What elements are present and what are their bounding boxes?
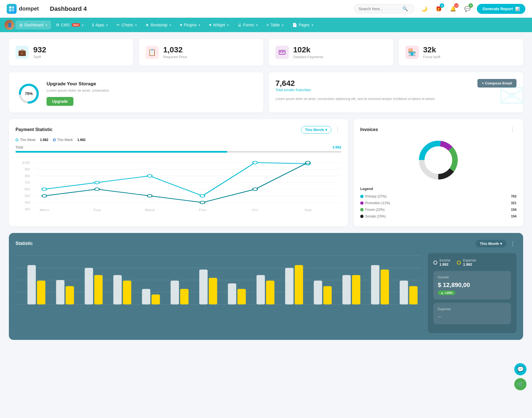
upgrade-button[interactable]: Upgrade	[47, 97, 73, 106]
legend-label-week1: This Week	[20, 138, 35, 142]
promotion-color	[360, 201, 364, 205]
svg-text:40: 40	[25, 201, 30, 204]
bar-chart-icon: 📊	[515, 7, 520, 11]
legend-value-week2: 1.982	[77, 138, 86, 142]
svg-rect-0	[9, 6, 11, 9]
svg-point-27	[147, 175, 152, 177]
svg-rect-1	[12, 6, 14, 9]
nav-item-plugins[interactable]: ♥ Plugins ▾	[176, 20, 204, 29]
pages-icon: 📄	[292, 23, 297, 27]
forms-icon: 🖨	[237, 23, 241, 27]
stat-card-required-price: 📋 1,032 Required Price	[139, 39, 263, 66]
compose-email-button[interactable]: + Compose Email	[477, 79, 516, 88]
chevron-down-icon: ▾	[325, 128, 327, 132]
force-tariff-icon: 🏪	[405, 46, 419, 59]
legend-item-week2: This Week	[53, 138, 73, 142]
search-input[interactable]	[359, 7, 400, 11]
legend-row-forum: Forum (22%) 154	[360, 206, 516, 213]
nav-item-charts[interactable]: ✏ Charts ▾	[113, 20, 140, 29]
forum-label: Forum (22%)	[365, 208, 511, 212]
svg-point-35	[253, 188, 257, 191]
statistic-title: Statistic	[16, 241, 33, 246]
chart-controls: This Month ▾ ⋮	[301, 126, 341, 134]
expense-info: Expense 1.982	[463, 258, 476, 266]
svg-rect-84	[400, 281, 408, 304]
search-box: 🔍	[354, 4, 415, 13]
email-info: 7,642 Total emails Subcriber.	[275, 79, 312, 94]
chevron-icon-cms: ▾	[82, 24, 83, 27]
nav-item-cms[interactable]: ⚙ CMS New ▾	[52, 20, 88, 29]
force-tariff-info: 32k Force tariff	[423, 45, 440, 59]
stat-card-tariff: 💼 932 Tariff	[9, 39, 133, 66]
income-info: Income 1.982	[439, 258, 450, 266]
svg-rect-5	[280, 51, 281, 52]
svg-text:100: 100	[22, 161, 30, 164]
week2-value: 1.982	[77, 138, 86, 142]
more-options-button[interactable]: ⋮	[334, 126, 341, 134]
svg-text:30: 30	[25, 208, 30, 211]
expense-box-value: ...	[438, 313, 507, 318]
gift-button[interactable]: 🎁 2	[434, 4, 444, 14]
svg-rect-83	[381, 270, 389, 304]
svg-rect-63	[94, 275, 103, 304]
income-stat-value: 1.982	[439, 262, 450, 266]
email-card: 7,642 Total emails Subcriber. + Compose …	[269, 72, 523, 112]
nav-item-forms[interactable]: 🖨 Forms ▾	[234, 20, 262, 29]
svg-text:50: 50	[25, 194, 30, 198]
nav-item-table[interactable]: ≡ Table ▾	[263, 20, 287, 29]
legend-item-week1: This Week	[16, 138, 35, 142]
nav-item-pages[interactable]: 📄 Pages ▾	[288, 20, 317, 29]
chevron-down-statistic: ▾	[500, 242, 502, 246]
page-title: Dashboard 4	[50, 5, 349, 12]
legend-row-promotion: Promotion (11%) 321	[360, 200, 516, 206]
nav-item-bootstrap[interactable]: ★ Bootstrap ▾	[142, 20, 175, 29]
income-box-value: $ 12,890,00	[438, 281, 507, 289]
generate-report-button[interactable]: Generate Report 📊	[477, 4, 525, 14]
this-month-select[interactable]: This Month ▾	[301, 126, 331, 134]
topbar-icons: 🌙 🎁 2 🔔 12 💬 5 Generate Report 📊	[419, 4, 525, 14]
statistic-month-select[interactable]: This Month ▾	[475, 240, 507, 247]
nav-item-widget[interactable]: ♥ Widget ▾	[205, 20, 232, 29]
nav-label-table: Table	[270, 23, 280, 27]
svg-text:Thu: Thu	[198, 209, 207, 212]
forum-color	[360, 208, 364, 211]
plugins-icon: ♥	[180, 23, 182, 27]
total-progress-fill	[16, 151, 227, 153]
nav-avatar: 👤	[4, 20, 14, 30]
expense-label: Expense	[463, 258, 476, 262]
chevron-icon-apps: ▾	[106, 24, 108, 27]
messages-button[interactable]: 💬 5	[462, 4, 472, 14]
notifications-button[interactable]: 🔔 12	[448, 4, 458, 14]
income-badge-text: +15%	[445, 291, 452, 294]
nav-item-dashboard[interactable]: ⊞ Dashboard ▾	[16, 20, 51, 29]
email-card-header: 7,642 Total emails Subcriber. + Compose …	[275, 79, 516, 94]
svg-rect-7	[282, 52, 283, 53]
income-expense-panel: Income 1.982 Expense 1.982 Income	[428, 253, 516, 333]
chevron-icon-widget: ▾	[227, 24, 229, 27]
nav-label-forms: Forms	[243, 23, 254, 27]
svg-rect-81	[352, 275, 360, 304]
stat-card-force-tariff: 🏪 32k Force tariff	[399, 39, 523, 66]
upgrade-description: Lorem ipsum dolor sit amet, onsectetur.	[47, 88, 110, 93]
theme-toggle-button[interactable]: 🌙	[419, 4, 429, 14]
socials-label: Socials (15%)	[365, 214, 511, 218]
svg-rect-74	[257, 275, 265, 304]
invoices-more-button[interactable]: ⋮	[509, 126, 516, 134]
detailed-payments-label: Detailed Payments	[293, 55, 323, 59]
chevron-icon-forms: ▾	[256, 24, 258, 27]
svg-rect-69	[180, 289, 188, 304]
main-content: 💼 932 Tariff 📋 1,032 Required Price	[0, 32, 532, 353]
nav-label-bootstrap: Bootstrap	[151, 23, 167, 27]
statistic-more-button[interactable]: ⋮	[509, 240, 516, 247]
logo[interactable]: dompet	[7, 4, 45, 14]
svg-text:Sat: Sat	[304, 209, 311, 212]
invoices-header: Invoices ⋮	[360, 126, 516, 134]
charts-section: Payment Statistic This Month ▾ ⋮ This We…	[9, 119, 523, 226]
chevron-icon-bootstrap: ▾	[170, 24, 171, 27]
svg-rect-70	[199, 270, 208, 304]
nav-item-apps[interactable]: ℹ Apps ▾	[88, 20, 112, 29]
logo-text: dompet	[19, 6, 39, 12]
income-box-label: Income	[438, 275, 507, 279]
invoices-legend-table: Primary (27%) 763 Promotion (11%) 321 Fo…	[360, 193, 516, 220]
detailed-payments-value: 102k	[293, 45, 323, 54]
